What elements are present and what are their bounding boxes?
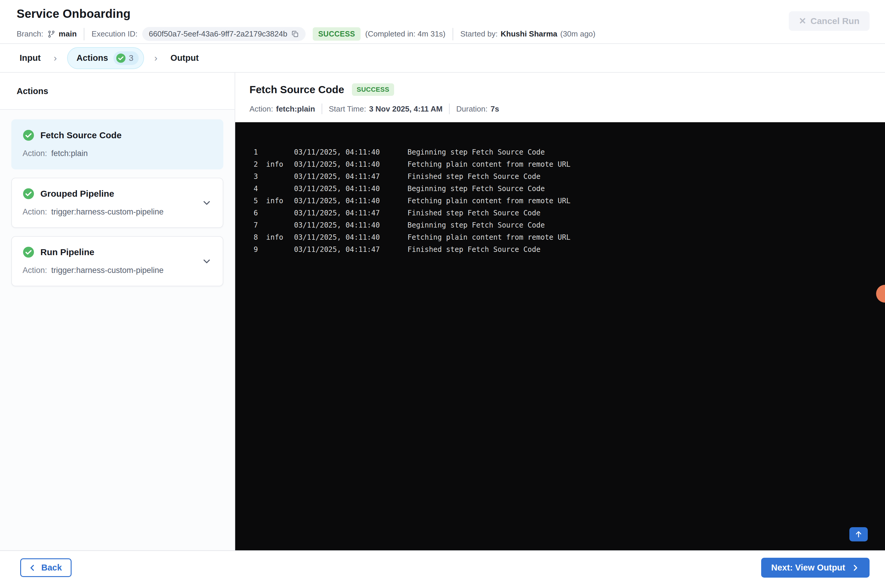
detail-duration-value: 7s [491,104,499,114]
log-level: info [266,233,294,242]
content: Actions Fetch Source Code Action:fet [0,73,885,550]
execution-id-label: Execution ID: [92,29,137,39]
log-timestamp: 03/11/2025, 04:11:47 [294,209,408,217]
next-button-label: Next: View Output [771,563,845,573]
log-line: 703/11/2025, 04:11:40Beginning step Fetc… [254,219,885,231]
back-button-label: Back [41,563,62,573]
close-icon: ✕ [799,16,806,26]
chevron-left-icon [28,564,36,572]
chevron-down-icon[interactable] [201,256,212,267]
back-button[interactable]: Back [20,558,72,577]
log-message: Finished step Fetch Source Code [408,209,885,217]
log-line-number: 6 [254,209,266,217]
log-message: Finished step Fetch Source Code [408,245,885,254]
log-line: 303/11/2025, 04:11:47Finished step Fetch… [254,170,885,183]
log-line-number: 1 [254,148,266,156]
scroll-to-top-button[interactable] [849,527,868,542]
chevron-down-icon[interactable] [201,198,212,208]
log-line-number: 7 [254,221,266,230]
log-timestamp: 03/11/2025, 04:11:40 [294,221,408,230]
log-message: Fetching plain content from remote URL [408,197,885,205]
chevron-right-icon: › [54,52,57,63]
chevron-right-icon: › [154,52,157,63]
actions-count: 3 [129,53,134,63]
log-timestamp: 03/11/2025, 04:11:40 [294,160,408,168]
log-timestamp: 03/11/2025, 04:11:47 [294,245,408,254]
log-level: info [266,160,294,168]
execution-id-value: 660f50a7-5eef-43a6-9ff7-2a2179c3824b [149,29,287,39]
action-card-fetch-source-code[interactable]: Fetch Source Code Action:fetch:plain [11,119,223,170]
status-badge: SUCCESS [313,27,360,40]
action-card-run-pipeline[interactable]: Run Pipeline Action:trigger:harness-cust… [11,236,223,286]
detail-status-badge: SUCCESS [352,83,394,96]
card-action-value: fetch:plain [51,149,88,158]
tab-actions-label: Actions [77,53,108,63]
check-circle-icon [23,188,35,200]
divider [453,28,453,40]
cancel-run-label: Cancel Run [810,16,859,26]
run-meta-row: Branch: main Execution ID: 660f50a7-5eef… [17,27,868,41]
chevron-right-icon [851,564,859,572]
cancel-run-button[interactable]: ✕ Cancel Run [789,11,870,31]
log-message: Beginning step Fetch Source Code [408,148,885,156]
action-detail-panel: Fetch Source Code SUCCESS Action: fetch:… [235,73,885,550]
card-action-value: trigger:harness-custom-pipeline [51,207,164,216]
started-ago: (30m ago) [560,29,596,39]
tab-output[interactable]: Output [167,48,202,68]
log-message: Beginning step Fetch Source Code [408,184,885,193]
log-line-number: 5 [254,197,266,205]
detail-start-time-label: Start Time: [329,104,366,114]
arrow-up-icon [854,530,863,539]
log-line: 403/11/2025, 04:11:40Beginning step Fetc… [254,183,885,195]
detail-header: Fetch Source Code SUCCESS Action: fetch:… [235,73,885,122]
check-circle-icon [23,246,35,258]
log-line: 8info03/11/2025, 04:11:40Fetching plain … [254,231,885,243]
branch-value: main [59,29,77,39]
log-timestamp: 03/11/2025, 04:11:47 [294,172,408,181]
divider [84,28,84,40]
log-timestamp: 03/11/2025, 04:11:40 [294,148,408,156]
log-line: 903/11/2025, 04:11:47Finished step Fetch… [254,243,885,255]
next-view-output-button[interactable]: Next: View Output [761,558,870,578]
log-line-number: 9 [254,245,266,254]
tab-input[interactable]: Input [17,48,44,68]
card-title: Run Pipeline [41,247,95,257]
page-header: Service Onboarding Branch: main Executio… [0,0,885,44]
page-title: Service Onboarding [17,7,868,21]
log-line-number: 4 [254,184,266,193]
log-level: info [266,197,294,205]
copy-icon[interactable] [291,30,299,38]
sidebar-heading: Actions [0,73,235,110]
detail-action-value: fetch:plain [276,104,315,114]
log-console[interactable]: 103/11/2025, 04:11:40Beginning step Fetc… [235,122,885,550]
actions-sidebar: Actions Fetch Source Code Action:fet [0,73,235,550]
card-action-label: Action: [23,207,47,216]
log-message: Finished step Fetch Source Code [408,172,885,181]
log-line-number: 3 [254,172,266,181]
detail-start-time-value: 3 Nov 2025, 4:11 AM [369,104,443,114]
action-card-grouped-pipeline[interactable]: Grouped Pipeline Action:trigger:harness-… [11,178,223,228]
log-line-number: 8 [254,233,266,242]
log-message: Beginning step Fetch Source Code [408,221,885,230]
log-line: 603/11/2025, 04:11:47Finished step Fetch… [254,207,885,219]
log-timestamp: 03/11/2025, 04:11:40 [294,233,408,242]
tab-actions[interactable]: Actions 3 [67,47,144,69]
check-circle-icon [116,53,126,63]
log-timestamp: 03/11/2025, 04:11:40 [294,184,408,193]
branch-label: Branch: [17,29,44,39]
action-card-list: Fetch Source Code Action:fetch:plain [0,110,235,296]
log-message: Fetching plain content from remote URL [408,160,885,168]
detail-title: Fetch Source Code [250,84,344,96]
floating-widget-dot[interactable] [876,285,885,303]
log-line: 2info03/11/2025, 04:11:40Fetching plain … [254,158,885,170]
card-title: Grouped Pipeline [41,189,114,199]
step-tabbar: Input › Actions 3 › Output [0,44,885,73]
log-message: Fetching plain content from remote URL [408,233,885,242]
started-by-label: Started by: [460,29,498,39]
actions-count-badge: 3 [113,51,139,65]
check-circle-icon [23,129,35,141]
detail-duration-label: Duration: [456,104,488,114]
card-action-label: Action: [23,149,47,158]
divider [449,104,450,114]
completed-in: (Completed in: 4m 31s) [365,29,446,39]
